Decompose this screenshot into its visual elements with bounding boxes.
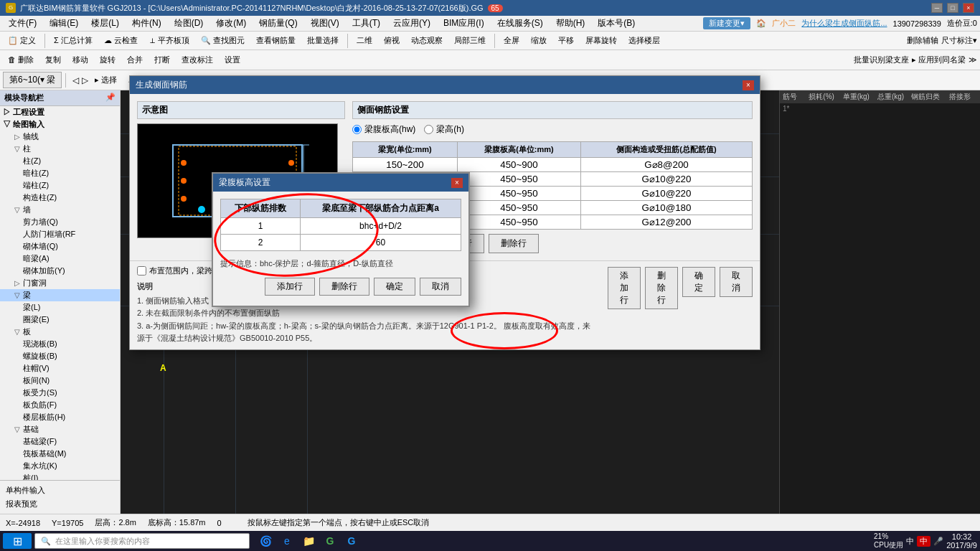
- checkbox-override-input[interactable]: [137, 266, 146, 276]
- toolbar-top-view[interactable]: 俯视: [379, 33, 405, 48]
- nested-del-btn[interactable]: 删除行: [319, 278, 369, 296]
- toolbar-dynamic[interactable]: 动态观察: [406, 33, 448, 48]
- taskbar-app-folder[interactable]: 📁: [298, 533, 319, 549]
- sidebar-item-wall[interactable]: ▽墙: [0, 204, 120, 216]
- cell-height-2[interactable]: [490, 174, 547, 184]
- nav-prev[interactable]: ◁: [72, 75, 79, 85]
- del-row-right-btn[interactable]: 删除行: [489, 234, 539, 253]
- sidebar-item-slab-bj[interactable]: 板间(N): [0, 375, 120, 387]
- cell-rebar-3[interactable]: [631, 188, 702, 199]
- why-label[interactable]: 为什么梁生成侧面纵筋...: [801, 18, 887, 29]
- cell-height-4[interactable]: [490, 202, 547, 213]
- toolbar-merge[interactable]: 合并: [122, 52, 148, 67]
- sidebar-item-door-window[interactable]: ▷门窗洞: [0, 277, 120, 289]
- nested-ok-btn[interactable]: 确定: [374, 278, 415, 296]
- toolbar-copy[interactable]: 复制: [40, 52, 66, 67]
- sidebar-item-slab-sl[interactable]: 板受力(S): [0, 387, 120, 399]
- menu-draw[interactable]: 绘图(D): [169, 16, 209, 31]
- toolbar-cloud-check[interactable]: ☁ 云检查: [99, 33, 143, 48]
- menu-help[interactable]: 帮助(H): [550, 16, 591, 31]
- toolbar-rotate[interactable]: 屏幕旋转: [580, 33, 622, 48]
- toolbar-expand-right[interactable]: ≫: [969, 55, 977, 65]
- sidebar-item-found-jcl[interactable]: 基础梁(F): [0, 435, 120, 448]
- sidebar-item-slab-zm[interactable]: 柱帽(V): [0, 362, 120, 375]
- menu-cloud[interactable]: 云应用(Y): [387, 16, 436, 31]
- toolbar-find[interactable]: 🔍 查找图元: [196, 33, 250, 48]
- toolbar-batch-beam-support[interactable]: 批量识别梁支座: [854, 55, 909, 65]
- sidebar-item-beam-ql[interactable]: 圈梁(E): [0, 314, 120, 326]
- menu-version[interactable]: 版本号(B): [592, 16, 641, 31]
- select-tool[interactable]: ▸ 选择: [90, 72, 122, 88]
- cell-height-5[interactable]: [490, 217, 547, 227]
- taskbar-app-glodon[interactable]: G: [341, 533, 362, 549]
- sidebar-item-col-az[interactable]: 暗柱(Z): [0, 167, 120, 179]
- sidebar-item-found-fb[interactable]: 筏板基础(M): [0, 448, 120, 460]
- menu-component[interactable]: 构件(N): [126, 16, 167, 31]
- sidebar-single-input[interactable]: 单构件输入: [3, 484, 117, 497]
- radio-hw[interactable]: 梁腹板高(hw): [352, 123, 415, 136]
- menu-edit[interactable]: 编辑(E): [44, 16, 84, 31]
- toolbar-local-3d[interactable]: 局部三维: [449, 33, 491, 48]
- sidebar-item-wall-qw[interactable]: 砌体墙(Q): [0, 240, 120, 253]
- radio-h[interactable]: 梁高(h): [424, 123, 464, 136]
- toolbar-rotate-e[interactable]: 旋转: [95, 52, 121, 67]
- toolbar-2d[interactable]: 二维: [352, 33, 377, 48]
- nested-cancel-btn[interactable]: 取消: [420, 278, 461, 296]
- sidebar-item-col-gjz[interactable]: 构造柱(Z): [0, 192, 120, 204]
- cell-rebar-4[interactable]: [631, 202, 702, 213]
- nested-cell-dist-1[interactable]: bhc+d+D/2: [300, 218, 461, 235]
- sidebar-item-draw-input[interactable]: ▽ 绘图输入: [0, 118, 120, 131]
- nested-cell-dist-2[interactable]: 60: [300, 235, 461, 251]
- toolbar-pan[interactable]: 平移: [553, 33, 579, 48]
- start-button[interactable]: ⊞: [3, 533, 32, 549]
- sidebar-item-col-z[interactable]: 柱(Z): [0, 155, 120, 167]
- menu-file[interactable]: 文件(F): [3, 16, 42, 31]
- sidebar-item-slab-fj[interactable]: 板负筋(F): [0, 399, 120, 411]
- sidebar-item-wall-rf[interactable]: 人防门框墙(RF: [0, 228, 120, 240]
- toolbar-dim-mark[interactable]: 尺寸标注▾: [941, 35, 977, 46]
- radio-h-input[interactable]: [424, 125, 433, 134]
- menu-rebar[interactable]: 钢筋量(Q): [253, 16, 303, 31]
- cell-height-1[interactable]: [490, 159, 547, 170]
- toolbar-break[interactable]: 打断: [149, 52, 175, 67]
- menu-modify[interactable]: 修改(M): [210, 16, 252, 31]
- menu-online[interactable]: 在线服务(S): [491, 16, 549, 31]
- main-add-row-btn[interactable]: 添加行: [608, 267, 641, 309]
- main-del-row-btn[interactable]: 删除行: [645, 267, 678, 309]
- sidebar-item-project-settings[interactable]: ▷ 工程设置: [0, 106, 120, 118]
- sidebar-item-slab-lc[interactable]: 楼层板筋(H): [0, 411, 120, 423]
- toolbar-batch-sel[interactable]: 批量选择: [302, 33, 344, 48]
- main-ok-btn[interactable]: 确定: [682, 267, 715, 297]
- cell-rebar-5[interactable]: [631, 217, 702, 227]
- minimize-btn[interactable]: ─: [931, 3, 943, 13]
- cell-rebar-2[interactable]: [631, 174, 702, 184]
- cell-width-1[interactable]: [376, 159, 433, 170]
- nested-add-btn[interactable]: 添加行: [265, 278, 315, 296]
- dialog-main-close[interactable]: ×: [743, 80, 754, 90]
- sidebar-item-slab[interactable]: ▽板: [0, 326, 120, 338]
- taskbar-search[interactable]: 🔍 在这里输入你要搜索的内容: [34, 533, 250, 549]
- sidebar-item-found-pile[interactable]: 桩(I): [0, 472, 120, 480]
- sidebar-item-col-dz[interactable]: 端柱(Z): [0, 179, 120, 192]
- toolbar-view-rebar[interactable]: 查看钢筋量: [251, 33, 301, 48]
- sidebar-item-slab-lx[interactable]: 螺旋板(B): [0, 350, 120, 362]
- cell-rebar-1[interactable]: [631, 159, 702, 170]
- sidebar-pin[interactable]: 📌: [105, 93, 116, 103]
- sidebar-item-wall-al[interactable]: 暗梁(A): [0, 253, 120, 265]
- sidebar-item-foundation[interactable]: ▽基础: [0, 423, 120, 435]
- taskbar-input-method[interactable]: 中: [917, 536, 930, 547]
- nested-cell-rows-2[interactable]: 2: [221, 235, 301, 251]
- toolbar-align-slab[interactable]: ⊥ 平齐板顶: [144, 33, 194, 48]
- radio-hw-input[interactable]: [352, 125, 362, 134]
- toolbar-move[interactable]: 移动: [67, 52, 93, 67]
- taskbar-app-ie[interactable]: e: [277, 533, 297, 549]
- brand-label[interactable]: 广小二: [772, 18, 796, 29]
- menu-tools[interactable]: 工具(T): [347, 16, 386, 31]
- sidebar-item-slab-xj[interactable]: 现浇板(B): [0, 338, 120, 350]
- menu-view[interactable]: 视图(V): [305, 16, 345, 31]
- cell-height-3[interactable]: [490, 188, 547, 199]
- floor-selector[interactable]: 第6~10(▾ 梁: [3, 72, 62, 88]
- menu-floor[interactable]: 楼层(L): [85, 16, 125, 31]
- sidebar-item-beam[interactable]: ▽梁: [0, 289, 120, 301]
- toolbar-define[interactable]: 📋 定义: [3, 33, 41, 48]
